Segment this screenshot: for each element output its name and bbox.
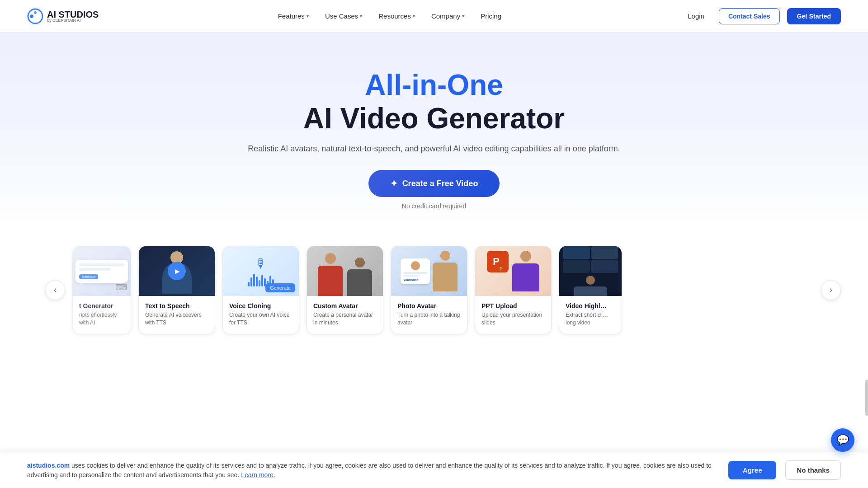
carousel-wrapper: ‹ Generate ⌨ t Generator ripts effortles… [0, 246, 868, 334]
agree-button[interactable]: Agree [728, 461, 777, 479]
card-custom-avatar[interactable]: Custom Avatar Create a personal avatar i… [307, 246, 383, 334]
nav-links: Features ▾ Use Cases ▾ Resources ▾ Compa… [278, 12, 501, 20]
nav-pricing[interactable]: Pricing [481, 12, 501, 20]
card-custom-avatar-title: Custom Avatar [307, 296, 383, 311]
card-tts-desc: Generate AI voiceovers with TTS [139, 311, 215, 334]
cookie-site-link[interactable]: aistudios.com [27, 462, 70, 469]
logo[interactable]: AI STUDIOS by DEEPBRAIN AI [27, 8, 99, 24]
card-text-generator-desc: ripts effortlessly with AI [73, 311, 131, 334]
hero-section: All-in-One AI Video Generator Realistic … [0, 33, 868, 228]
nav-resources[interactable]: Resources ▾ [378, 12, 415, 20]
cookie-learn-more-link[interactable]: Learn more. [241, 471, 275, 479]
carousel-next-button[interactable]: › [821, 280, 841, 300]
card-text-generator-image: Generate ⌨ [73, 246, 131, 296]
hero-title-black: AI Video Generator [0, 102, 868, 136]
no-thanks-button[interactable]: No thanks [785, 460, 841, 480]
nav-features[interactable]: Features ▾ [278, 12, 309, 20]
nav-company[interactable]: Company ▾ [431, 12, 464, 20]
card-video-highlight-desc: Extract short cli… long video [559, 311, 622, 334]
logo-icon [27, 8, 43, 24]
card-voice-cloning-desc: Create your own AI voice for TTS [223, 311, 299, 334]
card-custom-avatar-image [307, 246, 383, 296]
chat-button[interactable]: 💬 [831, 428, 854, 452]
cookie-banner: aistudios.com uses cookies to deliver an… [0, 452, 868, 488]
card-ppt-upload-title: PPT Upload [475, 296, 551, 311]
card-voice-cloning-image: 🎙 [223, 246, 299, 296]
nav-usecases[interactable]: Use Cases ▾ [325, 12, 362, 20]
card-tts-title: Text to Speech [139, 296, 215, 311]
card-photo-avatar-title: Photo Avatar [391, 296, 467, 311]
chat-icon: 💬 [837, 434, 849, 446]
card-custom-avatar-desc: Create a personal avatar in minutes [307, 311, 383, 334]
card-text-generator-title: t Generator [73, 296, 131, 311]
generate-button-voice[interactable]: Generate [265, 283, 295, 292]
chevron-down-icon: ▾ [413, 14, 415, 19]
carousel-section: ‹ Generate ⌨ t Generator ripts effortles… [0, 228, 868, 361]
card-tts-image [139, 246, 215, 296]
cookie-text: aistudios.com uses cookies to deliver an… [27, 461, 719, 480]
cookie-message: uses cookies to deliver and enhance the … [27, 462, 712, 479]
chevron-down-icon: ▾ [307, 14, 309, 19]
contact-sales-button[interactable]: Contact Sales [719, 8, 780, 24]
card-ppt-upload-image: P P [475, 246, 551, 296]
sparkle-icon: ✦ [390, 178, 398, 189]
no-credit-card-note: No credit card required [0, 202, 868, 210]
card-video-highlight-image [559, 246, 622, 296]
chevron-down-icon: ▾ [462, 14, 464, 19]
card-ppt-upload[interactable]: P P PPT Upload Upload your presentation … [475, 246, 552, 334]
hero-cta: ✦ Create a Free Video No credit card req… [0, 170, 868, 210]
play-icon[interactable] [168, 262, 186, 280]
card-photo-avatar[interactable]: Yourname Photo Avatar Turn a photo into … [391, 246, 467, 334]
get-started-button[interactable]: Get Started [787, 8, 841, 24]
card-voice-cloning[interactable]: 🎙 [222, 246, 299, 334]
generate-label: Generate [79, 274, 98, 279]
hero-title-blue: All-in-One [0, 69, 868, 102]
create-free-video-button[interactable]: ✦ Create a Free Video [368, 170, 500, 197]
card-video-highlight-title: Video Highl… [559, 296, 622, 311]
scrollbar[interactable] [865, 380, 868, 416]
hero-subtitle: Realistic AI avatars, natural text-to-sp… [0, 144, 868, 154]
svg-point-1 [30, 14, 33, 18]
card-ppt-upload-desc: Upload your presentation slides [475, 311, 551, 334]
card-photo-avatar-desc: Turn a photo into a talking avatar [391, 311, 467, 334]
card-video-highlight[interactable]: Video Highl… Extract short cli… long vid… [559, 246, 622, 334]
card-tts[interactable]: Text to Speech Generate AI voiceovers wi… [138, 246, 215, 334]
svg-point-2 [34, 11, 37, 14]
carousel-prev-button[interactable]: ‹ [45, 280, 65, 300]
card-voice-cloning-title: Voice Cloning [223, 296, 299, 311]
login-button[interactable]: Login [680, 9, 712, 23]
nav-actions: Login Contact Sales Get Started [680, 8, 841, 24]
carousel-track: Generate ⌨ t Generator ripts effortlessl… [0, 246, 868, 334]
chevron-down-icon: ▾ [360, 14, 362, 19]
navbar: AI STUDIOS by DEEPBRAIN AI Features ▾ Us… [0, 0, 868, 33]
card-photo-avatar-image: Yourname [391, 246, 467, 296]
card-text-generator[interactable]: Generate ⌨ t Generator ripts effortlessl… [72, 246, 131, 334]
